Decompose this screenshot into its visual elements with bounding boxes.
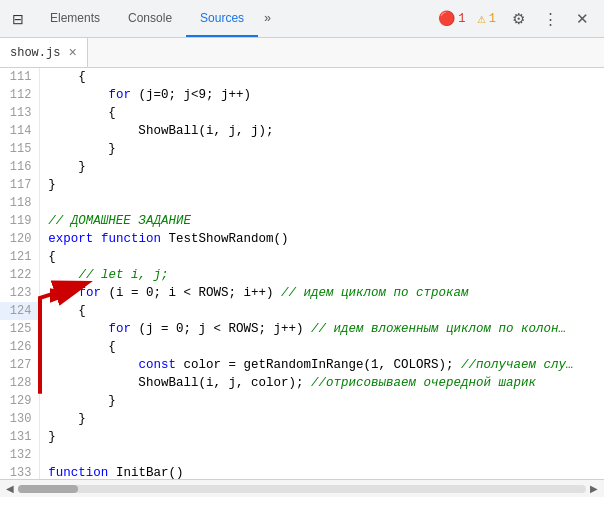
line-code[interactable]: for (j=0; j<9; j++) bbox=[40, 86, 604, 104]
table-row: 130 } bbox=[0, 410, 604, 428]
more-options-button[interactable]: ⋮ bbox=[536, 5, 564, 33]
scrollbar-thumb[interactable] bbox=[18, 485, 78, 493]
line-number: 126 bbox=[0, 338, 40, 356]
line-number: 129 bbox=[0, 392, 40, 410]
line-code[interactable]: function InitBar() bbox=[40, 464, 604, 479]
error-icon: 🔴 bbox=[438, 10, 455, 27]
table-row: 120export function TestShowRandom() bbox=[0, 230, 604, 248]
line-number: 127 bbox=[0, 356, 40, 374]
line-number: 115 bbox=[0, 140, 40, 158]
line-number: 132 bbox=[0, 446, 40, 464]
vertical-dots-icon: ⋮ bbox=[543, 10, 558, 28]
line-number: 120 bbox=[0, 230, 40, 248]
table-row: 129 } bbox=[0, 392, 604, 410]
code-table: 111 {112 for (j=0; j<9; j++)113 {114 Sho… bbox=[0, 68, 604, 479]
table-row: 124 { bbox=[0, 302, 604, 320]
line-code[interactable]: } bbox=[40, 392, 604, 410]
line-number: 116 bbox=[0, 158, 40, 176]
table-row: 111 { bbox=[0, 68, 604, 86]
table-row: 116 } bbox=[0, 158, 604, 176]
devtools-topbar: ⊟ Elements Console Sources » 🔴 1 ⚠ 1 ⚙ ⋮ bbox=[0, 0, 604, 38]
line-number: 121 bbox=[0, 248, 40, 266]
table-row: 131} bbox=[0, 428, 604, 446]
close-devtools-button[interactable]: ✕ bbox=[568, 5, 596, 33]
table-row: 119// ДОМАШНЕЕ ЗАДАНИЕ bbox=[0, 212, 604, 230]
tab-more[interactable]: » bbox=[258, 0, 277, 37]
line-code[interactable]: const color = getRandomInRange(1, COLORS… bbox=[40, 356, 604, 374]
warning-count: 1 bbox=[489, 12, 496, 26]
line-number: 133 bbox=[0, 464, 40, 479]
line-code[interactable]: ShowBall(i, j, j); bbox=[40, 122, 604, 140]
line-code[interactable]: ShowBall(i, j, color); //отрисовываем оч… bbox=[40, 374, 604, 392]
devtools-toggle-button[interactable]: ⊟ bbox=[4, 5, 32, 33]
line-number: 124 bbox=[0, 302, 40, 320]
line-code[interactable]: { bbox=[40, 338, 604, 356]
topbar-tabs: Elements Console Sources » bbox=[36, 0, 277, 37]
line-code[interactable]: } bbox=[40, 410, 604, 428]
line-number: 112 bbox=[0, 86, 40, 104]
close-icon: ✕ bbox=[576, 10, 589, 28]
line-code[interactable]: { bbox=[40, 104, 604, 122]
line-number: 111 bbox=[0, 68, 40, 86]
line-number: 128 bbox=[0, 374, 40, 392]
scroll-right-button[interactable]: ▶ bbox=[586, 481, 602, 497]
file-tab-close-button[interactable]: × bbox=[68, 46, 76, 60]
line-number: 130 bbox=[0, 410, 40, 428]
line-code[interactable]: // ДОМАШНЕЕ ЗАДАНИЕ bbox=[40, 212, 604, 230]
line-code[interactable]: } bbox=[40, 140, 604, 158]
scroll-left-button[interactable]: ◀ bbox=[2, 481, 18, 497]
table-row: 127 const color = getRandomInRange(1, CO… bbox=[0, 356, 604, 374]
line-number: 119 bbox=[0, 212, 40, 230]
table-row: 123 for (i = 0; i < ROWS; i++) // идем ц… bbox=[0, 284, 604, 302]
file-tabbar: show.js × bbox=[0, 38, 604, 68]
table-row: 132 bbox=[0, 446, 604, 464]
table-row: 133function InitBar() bbox=[0, 464, 604, 479]
settings-button[interactable]: ⚙ bbox=[504, 5, 532, 33]
warning-icon: ⚠ bbox=[477, 10, 485, 27]
line-number: 131 bbox=[0, 428, 40, 446]
line-code[interactable] bbox=[40, 446, 604, 464]
code-scroll[interactable]: 111 {112 for (j=0; j<9; j++)113 {114 Sho… bbox=[0, 68, 604, 479]
line-code[interactable]: export function TestShowRandom() bbox=[40, 230, 604, 248]
table-row: 125 for (j = 0; j < ROWS; j++) // идем в… bbox=[0, 320, 604, 338]
error-count: 1 bbox=[458, 12, 465, 26]
warning-badge[interactable]: ⚠ 1 bbox=[473, 8, 500, 29]
line-code[interactable]: } bbox=[40, 158, 604, 176]
line-code[interactable]: { bbox=[40, 302, 604, 320]
topbar-right: 🔴 1 ⚠ 1 ⚙ ⋮ ✕ bbox=[434, 5, 600, 33]
tab-elements[interactable]: Elements bbox=[36, 0, 114, 37]
table-row: 121{ bbox=[0, 248, 604, 266]
line-code[interactable]: } bbox=[40, 176, 604, 194]
line-number: 118 bbox=[0, 194, 40, 212]
scrollbar-track[interactable] bbox=[18, 485, 586, 493]
table-row: 113 { bbox=[0, 104, 604, 122]
error-badge[interactable]: 🔴 1 bbox=[434, 8, 469, 29]
file-tab-showjs[interactable]: show.js × bbox=[0, 38, 88, 67]
tab-console-label: Console bbox=[128, 11, 172, 25]
line-code[interactable]: // let i, j; bbox=[40, 266, 604, 284]
line-code[interactable]: } bbox=[40, 428, 604, 446]
horizontal-scrollbar[interactable]: ◀ ▶ bbox=[0, 479, 604, 497]
line-number: 125 bbox=[0, 320, 40, 338]
table-row: 128 ShowBall(i, j, color); //отрисовывае… bbox=[0, 374, 604, 392]
table-row: 114 ShowBall(i, j, j); bbox=[0, 122, 604, 140]
line-code[interactable]: { bbox=[40, 68, 604, 86]
table-row: 117} bbox=[0, 176, 604, 194]
line-number: 123 bbox=[0, 284, 40, 302]
line-code[interactable]: for (i = 0; i < ROWS; i++) // идем цикло… bbox=[40, 284, 604, 302]
line-code[interactable]: { bbox=[40, 248, 604, 266]
tab-sources-label: Sources bbox=[200, 11, 244, 25]
line-number: 113 bbox=[0, 104, 40, 122]
table-row: 115 } bbox=[0, 140, 604, 158]
table-row: 112 for (j=0; j<9; j++) bbox=[0, 86, 604, 104]
tab-sources[interactable]: Sources bbox=[186, 0, 258, 37]
line-code[interactable]: for (j = 0; j < ROWS; j++) // идем вложе… bbox=[40, 320, 604, 338]
table-row: 122 // let i, j; bbox=[0, 266, 604, 284]
table-row: 126 { bbox=[0, 338, 604, 356]
line-code[interactable] bbox=[40, 194, 604, 212]
tab-console[interactable]: Console bbox=[114, 0, 186, 37]
line-number: 114 bbox=[0, 122, 40, 140]
gear-icon: ⚙ bbox=[512, 10, 525, 28]
line-number: 117 bbox=[0, 176, 40, 194]
tab-elements-label: Elements bbox=[50, 11, 100, 25]
